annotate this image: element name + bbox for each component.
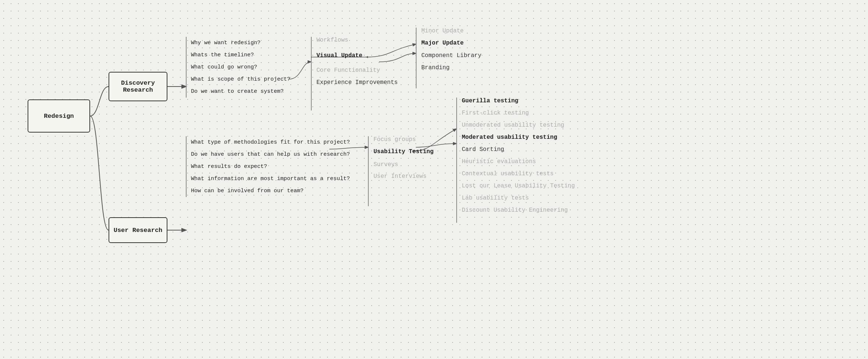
- child-lost-lease: Lost our Lease Usability Testing: [462, 183, 575, 189]
- discovery-q2: Whats the timeline?: [186, 49, 290, 61]
- discovery-q4: What is scope of this project?: [186, 73, 290, 85]
- user-research-label: User Research: [114, 227, 163, 234]
- branch-experience-improvements: Experience Improvements: [316, 79, 398, 86]
- user-research-node: User Research: [109, 217, 167, 243]
- user-q3: What results do expect?: [186, 161, 350, 173]
- branch-user-interviews: User Interviews: [373, 173, 426, 180]
- user-q1: What type of methodologies fit for this …: [186, 136, 350, 148]
- child-unmoderated: Unmoderated usability testing: [462, 122, 564, 129]
- discovery-node: DiscoveryResearch: [109, 72, 167, 101]
- branch-usability-testing: Usability Testing: [373, 148, 433, 155]
- discovery-q5: Do we want to create system?: [186, 85, 290, 98]
- discovery-label: DiscoveryResearch: [121, 80, 155, 94]
- discovery-q3: What could go wrong?: [186, 61, 290, 73]
- branch-surveys: Surveys: [373, 161, 398, 168]
- branch-workflows: Workflows: [316, 37, 348, 43]
- discovery-questions-list: Why we want redesign? Whats the timeline…: [186, 37, 290, 98]
- user-q5: How can be involved from our team?: [186, 185, 350, 197]
- redesign-node: Redesign: [28, 99, 90, 133]
- child-lab: Lab usability tests: [462, 195, 529, 201]
- child-minor-update: Minor Update: [421, 28, 464, 34]
- user-q2: Do we have users that can help us with r…: [186, 148, 350, 161]
- branch-focus-groups: Focus groups: [373, 136, 416, 143]
- child-contextual: Contextual usability tests: [462, 170, 554, 177]
- child-moderated: Moderated usability testing: [462, 134, 557, 141]
- child-heuristic: Heuristic evaluations: [462, 158, 536, 165]
- child-branding: Branding: [421, 64, 450, 71]
- child-component-library: Component Library: [421, 52, 481, 59]
- child-first-click: First-click testing: [462, 110, 529, 116]
- user-q4: What information are most important as a…: [186, 173, 350, 185]
- child-discount: Discount Usability Engineering: [462, 207, 568, 214]
- child-major-update: Major Update: [421, 40, 464, 46]
- child-card-sorting: Card Sorting: [462, 146, 504, 153]
- user-questions-list: What type of methodologies fit for this …: [186, 136, 350, 197]
- branch-visual-update: Visual Update: [316, 52, 362, 59]
- branch-core-functionality: Core Functionality: [316, 67, 380, 74]
- redesign-label: Redesign: [44, 113, 74, 120]
- discovery-q1: Why we want redesign?: [186, 37, 290, 49]
- child-guerilla-testing: Guerilla testing: [462, 98, 518, 104]
